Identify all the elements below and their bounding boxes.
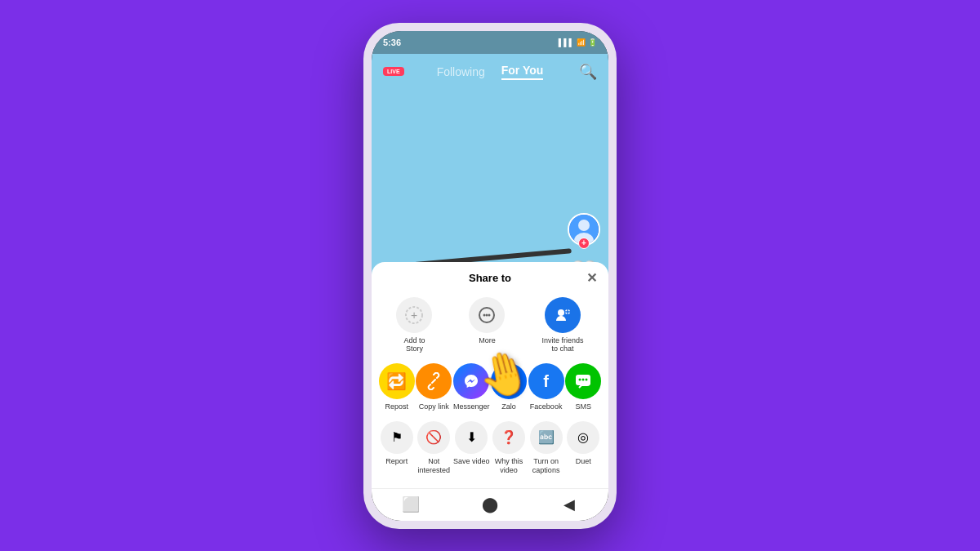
share-title: Share to ✕	[372, 272, 608, 284]
captions-label: Turn oncaptions	[532, 457, 560, 475]
nav-tabs: Following For You	[437, 64, 544, 80]
share-item-copy-link[interactable]: Copy link	[416, 363, 452, 411]
facebook-icon: f	[528, 363, 564, 399]
phone-frame: 5:36 ▌▌▌ 📶 🔋 LIVE Following For You 🔍	[363, 23, 617, 529]
zalo-icon: Zalo	[491, 363, 527, 399]
bottom-nav-bar: ⬜ ⬤ ◀	[372, 488, 608, 521]
sms-icon	[565, 363, 601, 399]
svg-point-28	[586, 379, 588, 381]
status-bar: 5:36 ▌▌▌ 📶 🔋	[372, 31, 608, 54]
add-story-icon: +	[396, 297, 432, 333]
svg-point-21	[488, 313, 491, 316]
svg-point-19	[483, 313, 486, 316]
share-item-invite-friends[interactable]: Invite friendsto chat	[541, 297, 583, 354]
repost-icon: 🔁	[379, 363, 415, 399]
report-icon: ⚑	[381, 421, 413, 454]
bottom-home-button[interactable]: ⬜	[401, 495, 421, 514]
share-close-button[interactable]: ✕	[586, 270, 597, 286]
share-item-more[interactable]: More	[469, 297, 505, 354]
bottom-back-button[interactable]: ⬤	[480, 495, 500, 514]
why-video-label: Why thisvideo	[495, 457, 523, 475]
svg-point-27	[582, 379, 585, 381]
share-item-report[interactable]: ⚑ Report	[379, 421, 415, 475]
copy-link-label: Copy link	[419, 402, 449, 411]
share-item-sms[interactable]: SMS	[565, 363, 601, 411]
copy-link-icon	[416, 363, 452, 399]
svg-text:+: +	[411, 309, 417, 322]
duet-icon: ◎	[567, 421, 599, 454]
not-interested-label: Notinterested	[418, 457, 451, 475]
invite-friends-icon	[545, 297, 581, 333]
live-badge: LIVE	[383, 67, 404, 76]
share-item-why-this-video[interactable]: ❓ Why thisvideo	[491, 421, 527, 475]
save-video-icon: ⬇	[455, 421, 488, 454]
share-item-not-interested[interactable]: 🚫 Notinterested	[416, 421, 452, 475]
share-item-save-video[interactable]: ⬇ Save video	[453, 421, 490, 475]
for-you-tab[interactable]: For You	[501, 64, 544, 80]
share-item-duet[interactable]: ◎ Duet	[565, 421, 601, 475]
status-time: 5:36	[383, 38, 401, 47]
follow-plus-icon[interactable]: +	[578, 238, 590, 249]
share-item-captions[interactable]: 🔤 Turn oncaptions	[528, 421, 564, 475]
share-item-messenger[interactable]: Messenger	[453, 363, 490, 411]
captions-icon: 🔤	[530, 421, 563, 454]
invite-friends-label: Invite friendsto chat	[541, 336, 583, 354]
svg-point-22	[558, 309, 564, 316]
status-icons: ▌▌▌ 📶 🔋	[559, 38, 597, 47]
share-item-zalo[interactable]: Zalo Zalo	[491, 363, 527, 411]
svg-point-26	[579, 379, 581, 381]
share-panel: Share to ✕ + Add toStory	[372, 262, 608, 488]
why-video-icon: ❓	[492, 421, 525, 454]
search-icon[interactable]: 🔍	[579, 63, 597, 81]
repost-label: Repost	[385, 402, 409, 411]
messenger-icon	[453, 363, 489, 399]
not-interested-icon: 🚫	[417, 421, 450, 454]
avatar-container[interactable]: +	[568, 213, 600, 246]
phone-screen: 5:36 ▌▌▌ 📶 🔋 LIVE Following For You 🔍	[372, 31, 608, 521]
share-item-repost[interactable]: 🔁 Repost	[379, 363, 415, 411]
top-nav: LIVE Following For You 🔍	[372, 54, 608, 90]
share-item-facebook[interactable]: f Facebook	[528, 363, 564, 411]
add-story-label: Add toStory	[403, 336, 425, 354]
duet-label: Duet	[576, 457, 591, 466]
share-row-1: + Add toStory More	[372, 294, 608, 358]
facebook-label: Facebook	[530, 402, 563, 411]
share-row-2: 🔁 Repost Copy link	[372, 360, 608, 415]
svg-point-14	[578, 220, 590, 231]
following-tab[interactable]: Following	[437, 65, 485, 78]
more-label: More	[479, 336, 496, 345]
svg-point-20	[486, 313, 488, 316]
messenger-label: Messenger	[453, 402, 490, 411]
zalo-label: Zalo	[501, 402, 516, 411]
more-icon	[469, 297, 505, 333]
share-item-add-story[interactable]: + Add toStory	[396, 297, 432, 354]
report-label: Report	[385, 457, 408, 466]
bottom-recents-button[interactable]: ◀	[559, 495, 579, 514]
save-video-label: Save video	[453, 457, 490, 466]
sms-label: SMS	[575, 402, 591, 411]
share-row-3: ⚑ Report 🚫 Notinterested ⬇ Save video	[372, 418, 608, 478]
